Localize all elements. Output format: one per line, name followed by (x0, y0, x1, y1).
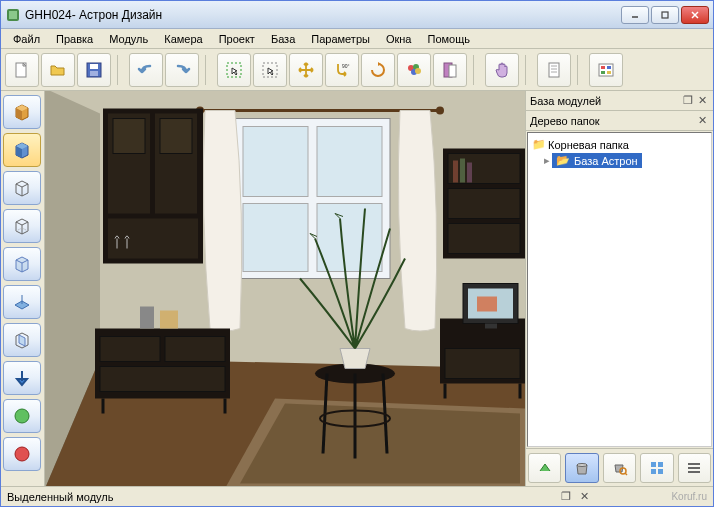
menu-module[interactable]: Модуль (101, 31, 156, 47)
window-title: GHH024- Астрон Дизайн (25, 8, 621, 22)
expand-icon[interactable]: ▸ (544, 154, 550, 167)
save-button[interactable] (77, 53, 111, 87)
modules-base-label: База модулей (530, 95, 681, 107)
plane-tool[interactable] (3, 285, 41, 319)
menu-project[interactable]: Проект (211, 31, 263, 47)
arrow-down-tool[interactable] (3, 361, 41, 395)
svg-rect-96 (477, 297, 497, 312)
search-bin-button[interactable] (603, 453, 636, 483)
svg-rect-77 (165, 337, 225, 362)
bottom-toolbar (526, 448, 713, 486)
menu-file[interactable]: Файл (5, 31, 48, 47)
svg-rect-86 (448, 224, 520, 254)
menu-base[interactable]: База (263, 31, 303, 47)
status-close-icon[interactable]: ✕ (577, 490, 591, 504)
svg-rect-85 (448, 189, 520, 219)
folder-icon: 📁 (532, 138, 546, 151)
list-view-button[interactable] (678, 453, 711, 483)
menu-windows[interactable]: Окна (378, 31, 420, 47)
svg-rect-1 (9, 11, 17, 19)
grid-view-button[interactable] (640, 453, 673, 483)
tree-root-label: Корневая папка (548, 139, 629, 151)
svg-rect-106 (651, 462, 656, 467)
palette-button[interactable] (397, 53, 431, 87)
bin-view-button[interactable] (565, 453, 598, 483)
menu-camera[interactable]: Камера (156, 31, 210, 47)
nav-up-button[interactable] (528, 453, 561, 483)
folder-open-icon: 📂 (556, 154, 570, 167)
svg-rect-26 (601, 66, 605, 69)
svg-rect-3 (662, 12, 668, 18)
svg-rect-29 (607, 71, 611, 74)
status-dock-icon[interactable]: ❐ (559, 490, 573, 504)
svg-rect-10 (90, 71, 98, 76)
circle-red-tool[interactable] (3, 437, 41, 471)
svg-rect-88 (460, 159, 465, 183)
lasso-tool-button[interactable] (253, 53, 287, 87)
left-toolbar (1, 91, 45, 486)
redo-button[interactable] (165, 53, 199, 87)
svg-rect-72 (113, 119, 145, 154)
svg-point-54 (15, 409, 29, 423)
menu-params[interactable]: Параметры (303, 31, 378, 47)
svg-rect-28 (601, 71, 605, 74)
cube-outline-tool[interactable] (3, 171, 41, 205)
move-tool-button[interactable] (289, 53, 323, 87)
open-button[interactable] (41, 53, 75, 87)
minimize-button[interactable] (621, 6, 649, 24)
modules-base-header: База модулей ❐ ✕ (526, 91, 713, 111)
menubar: Файл Правка Модуль Камера Проект База Па… (1, 29, 713, 49)
circle-green-tool[interactable] (3, 399, 41, 433)
close-tree-icon[interactable]: ✕ (695, 114, 709, 128)
svg-rect-27 (607, 66, 611, 69)
svg-rect-20 (449, 65, 456, 77)
selection-tool-button[interactable] (217, 53, 251, 87)
svg-rect-63 (317, 127, 382, 197)
right-panel: База модулей ❐ ✕ Дерево папок ✕ 📁 Корнев… (525, 91, 713, 486)
template-button[interactable] (589, 53, 623, 87)
svg-rect-73 (160, 119, 192, 154)
refresh-button[interactable] (361, 53, 395, 87)
3d-viewport[interactable] (45, 91, 525, 486)
svg-rect-87 (453, 161, 458, 183)
svg-rect-89 (467, 163, 472, 183)
cube-wire-tool[interactable] (3, 209, 41, 243)
new-file-button[interactable] (5, 53, 39, 87)
close-button[interactable] (681, 6, 709, 24)
svg-rect-109 (658, 469, 663, 474)
menu-help[interactable]: Помощь (419, 31, 478, 47)
menu-edit[interactable]: Правка (48, 31, 101, 47)
tree-root-row[interactable]: 📁 Корневая папка (532, 137, 707, 152)
close-panel-icon[interactable]: ✕ (695, 94, 709, 108)
svg-line-105 (625, 473, 627, 475)
svg-point-18 (415, 68, 421, 74)
cube-transparent-tool[interactable] (3, 247, 41, 281)
maximize-button[interactable] (651, 6, 679, 24)
svg-rect-65 (317, 204, 382, 272)
properties-button[interactable] (433, 53, 467, 87)
svg-point-55 (15, 447, 29, 461)
svg-point-68 (436, 107, 444, 115)
folder-tree[interactable]: 📁 Корневая папка ▸ 📂 База Астрон (527, 132, 712, 447)
svg-rect-74 (108, 219, 198, 259)
tree-node-row[interactable]: ▸ 📂 База Астрон (532, 152, 707, 169)
status-label: Выделенный модуль (7, 491, 555, 503)
svg-rect-64 (243, 204, 308, 272)
cube-blue-tool[interactable] (3, 133, 41, 167)
section-tool[interactable] (3, 323, 41, 357)
app-icon (5, 7, 21, 23)
document-button[interactable] (537, 53, 571, 87)
svg-rect-25 (599, 64, 613, 76)
rotate-90-button[interactable]: 90° (325, 53, 359, 87)
folder-tree-label: Дерево папок (530, 115, 695, 127)
undo-button[interactable] (129, 53, 163, 87)
main-toolbar: 90° (1, 49, 713, 91)
svg-line-37 (16, 184, 22, 187)
svg-rect-78 (100, 367, 225, 392)
svg-rect-108 (651, 469, 656, 474)
folder-tree-header: Дерево папок ✕ (526, 111, 713, 131)
svg-line-44 (16, 228, 22, 231)
dock-toggle-icon[interactable]: ❐ (681, 94, 695, 108)
cube-orange-tool[interactable] (3, 95, 41, 129)
pan-button[interactable] (485, 53, 519, 87)
